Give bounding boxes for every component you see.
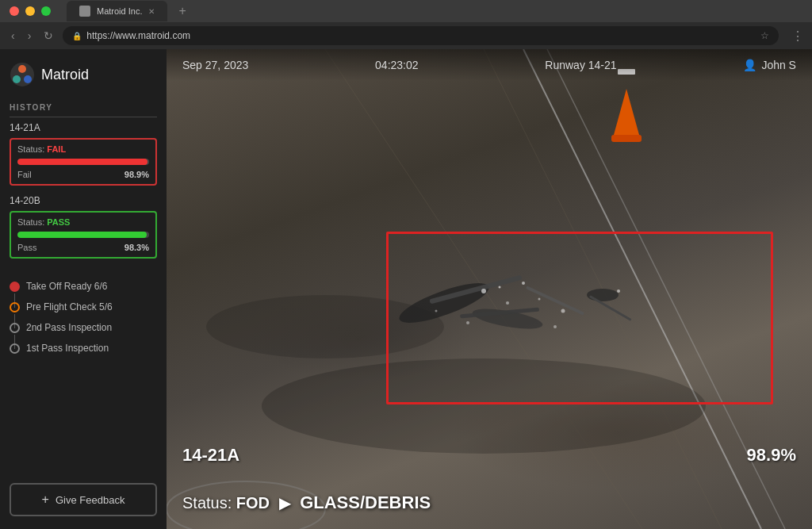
checklist-section: Take Off Ready 6/6 Pre Flight Check 5/6 … xyxy=(10,281,157,483)
progress-bar-fill-pass xyxy=(17,232,147,238)
progress-bar-bg-2 xyxy=(17,232,149,238)
status-label-2: Status: xyxy=(17,217,44,227)
traffic-cone xyxy=(614,89,642,142)
overlay-header: Sep 27, 2023 04:23:02 Runway 14-21 👤 Joh… xyxy=(167,49,812,81)
svg-point-3 xyxy=(24,75,32,83)
checklist-dot-3 xyxy=(10,323,20,333)
maximize-button[interactable] xyxy=(41,6,51,16)
checklist-label-2: Pre Flight Check 5/6 xyxy=(26,301,113,312)
nav-bar: ‹ › ↻ 🔒 https://www.matroid.com ☆ ⋮ xyxy=(0,22,812,49)
status-value-pass: PASS xyxy=(47,217,70,227)
score-value-1: 98.9% xyxy=(124,170,149,179)
checklist-label-1: Take Off Ready 6/6 xyxy=(26,281,108,292)
forward-button[interactable]: › xyxy=(25,28,35,44)
status-row-1: Status: FAIL xyxy=(17,144,149,154)
checklist-label-3: 2nd Pass Inspection xyxy=(26,322,112,333)
fod-label: FOD xyxy=(236,494,270,512)
url-text: https://www.matroid.com xyxy=(86,30,190,41)
progress-bar-fill-fail xyxy=(17,159,147,165)
score-row-2: Pass 98.3% xyxy=(17,243,149,252)
sidebar: Matroid HISTORY 14-21A Status: FAIL Fail… xyxy=(0,49,167,529)
browser-tab[interactable]: Matroid Inc. ✕ xyxy=(67,1,167,21)
new-tab-button[interactable]: + xyxy=(172,4,192,18)
overlay-time: 04:23:02 xyxy=(375,59,419,71)
status-row-2: Status: PASS xyxy=(17,217,149,227)
status-card-fail[interactable]: Status: FAIL Fail 98.9% xyxy=(10,138,157,186)
score-value-2: 98.3% xyxy=(124,243,149,252)
checklist-item-1[interactable]: Take Off Ready 6/6 xyxy=(10,281,157,292)
overlay-date: Sep 27, 2023 xyxy=(182,59,248,71)
checklist-dot-4 xyxy=(10,343,20,354)
tab-favicon xyxy=(79,6,90,17)
checklist-label-4: 1st Pass Inspection xyxy=(26,343,109,354)
user-avatar-icon: 👤 xyxy=(743,59,756,71)
score-row-1: Fail 98.9% xyxy=(17,170,149,179)
overlay-runway: Runway 14-21 xyxy=(545,59,616,71)
lock-icon: 🔒 xyxy=(72,32,82,40)
score-label-1: Fail xyxy=(17,170,32,179)
titlebar: Matroid Inc. ✕ + xyxy=(0,0,812,22)
menu-button[interactable]: ⋮ xyxy=(791,29,804,44)
progress-bar-bg-1 xyxy=(17,159,149,165)
detector-section-2[interactable]: 14-20B Status: PASS Pass 98.3% xyxy=(10,195,157,259)
status-label-1: Status: xyxy=(17,144,44,154)
browser-chrome: Matroid Inc. ✕ + ‹ › ↻ 🔒 https://www.mat… xyxy=(0,0,812,49)
status-prefix: Status: xyxy=(182,494,236,512)
detector-id-label: 14-21A xyxy=(182,445,239,466)
minimize-button[interactable] xyxy=(25,6,35,16)
checklist-dot-1 xyxy=(10,282,20,292)
tab-title: Matroid Inc. xyxy=(97,6,142,16)
history-label: HISTORY xyxy=(10,103,157,117)
svg-point-1 xyxy=(18,65,26,73)
overlay-user: 👤 John S xyxy=(743,59,796,71)
plus-icon: + xyxy=(42,493,49,507)
reload-button[interactable]: ↻ xyxy=(40,28,56,44)
address-bar[interactable]: 🔒 https://www.matroid.com ☆ xyxy=(63,26,779,45)
detector-section-1[interactable]: 14-21A Status: FAIL Fail 98.9% xyxy=(10,122,157,186)
arrow-icon: ▶ xyxy=(279,494,296,512)
give-feedback-button[interactable]: + Give Feedback xyxy=(10,483,157,516)
status-overlay: Status: FOD ▶ GLASS/DEBRIS xyxy=(182,493,431,513)
status-card-pass[interactable]: Status: PASS Pass 98.3% xyxy=(10,211,157,259)
detector-2-name: 14-20B xyxy=(10,195,157,206)
logo-area: Matroid xyxy=(10,62,157,87)
main-content: Sep 27, 2023 04:23:02 Runway 14-21 👤 Joh… xyxy=(167,49,812,529)
checklist-item-4[interactable]: 1st Pass Inspection xyxy=(10,343,157,354)
app-container: Matroid HISTORY 14-21A Status: FAIL Fail… xyxy=(0,49,812,529)
fod-type-label: GLASS/DEBRIS xyxy=(300,493,431,512)
feedback-label: Give Feedback xyxy=(56,494,124,506)
bookmark-icon[interactable]: ☆ xyxy=(760,30,769,41)
user-name: John S xyxy=(761,59,796,71)
camera-view: Sep 27, 2023 04:23:02 Runway 14-21 👤 Joh… xyxy=(167,49,812,529)
close-button[interactable] xyxy=(10,6,19,16)
svg-point-2 xyxy=(13,75,21,83)
score-label-2: Pass xyxy=(17,243,36,252)
checklist-dot-2 xyxy=(10,302,20,312)
confidence-label: 98.9% xyxy=(747,445,796,466)
back-button[interactable]: ‹ xyxy=(8,28,18,44)
detector-1-name: 14-21A xyxy=(10,122,157,133)
checklist-item-3[interactable]: 2nd Pass Inspection xyxy=(10,322,157,333)
logo-text: Matroid xyxy=(41,67,89,83)
status-value-fail: FAIL xyxy=(47,144,66,154)
extensions-area: ⋮ xyxy=(791,29,804,44)
checklist-item-2[interactable]: Pre Flight Check 5/6 xyxy=(10,301,157,312)
tab-close-icon[interactable]: ✕ xyxy=(148,7,155,16)
matroid-logo-icon xyxy=(10,62,35,87)
detection-bounding-box xyxy=(386,232,773,404)
